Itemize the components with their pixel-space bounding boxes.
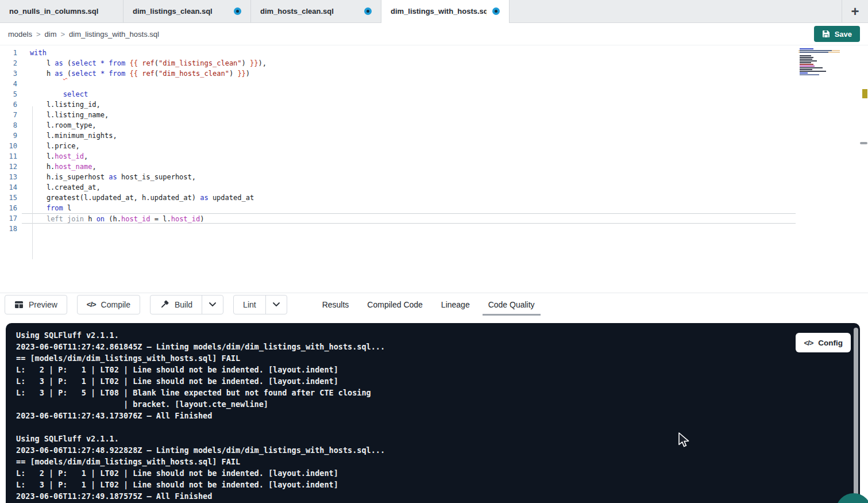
code-line[interactable]: l.price, (22, 141, 796, 151)
code-line[interactable]: l.listing_id, (22, 99, 796, 110)
save-button[interactable]: Save (814, 26, 860, 42)
breadcrumb-separator: > (60, 30, 65, 39)
build-button-group: Build (150, 295, 223, 314)
tab-label: dim_hosts_clean.sql (260, 7, 334, 16)
panel-tab-code-quality[interactable]: Code Quality (488, 293, 535, 316)
tab-label: dim_listings_with_hosts.sql (391, 7, 487, 16)
line-number: 14 (0, 182, 22, 193)
breadcrumb-item: models (8, 30, 32, 39)
line-number: 12 (0, 162, 22, 172)
build-button[interactable]: Build (151, 295, 202, 314)
tab-label: no_nulls_in_columns.sql (9, 7, 98, 16)
line-number: 16 (0, 203, 22, 213)
file-header: models>dim>dim_listings_with_hosts.sql S… (0, 23, 868, 45)
code-line[interactable]: l.created_at, (22, 182, 796, 193)
line-number: 4 (0, 79, 22, 89)
code-line[interactable]: from l (22, 203, 796, 213)
tab-label: dim_listings_clean.sql (133, 7, 213, 16)
code-icon: </> (804, 339, 813, 347)
panel-tab-compiled-code[interactable]: Compiled Code (367, 293, 423, 316)
breadcrumb-item: dim (45, 30, 57, 39)
button-label: Lint (243, 300, 256, 309)
config-label: Config (818, 339, 843, 347)
chevron-down-icon (273, 302, 280, 306)
preview-button-group: Preview (5, 295, 67, 314)
line-number: 2 (0, 58, 22, 68)
line-number: 17 (0, 213, 22, 224)
lint-button-group: Lint (233, 295, 287, 314)
code-line[interactable]: select (22, 89, 796, 99)
chevron-down-icon (209, 302, 216, 306)
save-icon (822, 30, 830, 38)
indent-guide (32, 106, 33, 259)
line-number: 6 (0, 99, 22, 110)
unsaved-changes-icon (364, 7, 372, 15)
button-label: Preview (29, 300, 57, 309)
terminal-output: Using SQLFluff v2.1.1. 2023-06-06T11:27:… (16, 329, 385, 502)
scrollbar-position-marker[interactable] (860, 142, 867, 144)
table-icon (14, 300, 24, 309)
lint-dropdown-button[interactable] (265, 295, 287, 314)
code-line[interactable]: left join h on (h.host_id = l.host_id) (22, 213, 796, 224)
breadcrumb-separator: > (36, 30, 41, 39)
button-label: Build (175, 300, 192, 309)
terminal-scrollbar[interactable] (854, 328, 858, 503)
line-number: 7 (0, 110, 22, 120)
code-lines[interactable]: with l as (select * from {{ ref("dim_lis… (22, 45, 796, 293)
breadcrumb-item: dim_listings_with_hosts.sql (69, 30, 159, 39)
config-button[interactable]: </> Config (796, 333, 851, 352)
editor-tab-no-nulls-in-columns-sql[interactable]: no_nulls_in_columns.sql (0, 0, 124, 22)
line-number: 1 (0, 48, 22, 58)
code-editor[interactable]: 123456789101112131415161718 with l as (s… (0, 45, 868, 293)
lint-button[interactable]: Lint (234, 295, 265, 314)
panel-tab-results[interactable]: Results (322, 293, 349, 316)
code-line[interactable]: with (22, 48, 796, 58)
scrollbar-warning-marker (862, 89, 867, 98)
button-label: Compile (101, 300, 130, 309)
hammer-icon (160, 300, 169, 309)
line-number: 15 (0, 193, 22, 203)
breadcrumb: models>dim>dim_listings_with_hosts.sql (8, 30, 159, 39)
code-line[interactable]: l as (select * from {{ ref("dim_listings… (22, 58, 796, 68)
code-line[interactable]: l.minimum_nights, (22, 130, 796, 141)
unsaved-changes-icon (492, 7, 500, 15)
code-line[interactable]: l.room_type, (22, 120, 796, 130)
line-number: 18 (0, 224, 22, 234)
preview-button[interactable]: Preview (5, 295, 67, 314)
line-number: 9 (0, 130, 22, 141)
compile-button[interactable]: </>Compile (78, 295, 140, 314)
editor-tab-bar: no_nulls_in_columns.sqldim_listings_clea… (0, 0, 868, 23)
new-tab-button[interactable]: + (842, 0, 868, 22)
code-line[interactable]: greatest(l.updated_at, h.updated_at) as … (22, 193, 796, 203)
code-line[interactable] (22, 224, 796, 234)
line-number: 11 (0, 151, 22, 162)
editor-tab-dim-listings-clean-sql[interactable]: dim_listings_clean.sql (124, 0, 251, 22)
code-line[interactable]: l.listing_name, (22, 110, 796, 120)
line-number: 8 (0, 120, 22, 130)
build-dropdown-button[interactable] (202, 295, 223, 314)
line-number-gutter: 123456789101112131415161718 (0, 45, 22, 293)
compile-button-group: </>Compile (77, 295, 140, 314)
code-icon: </> (87, 300, 96, 309)
editor-tab-dim-hosts-clean-sql[interactable]: dim_hosts_clean.sql (251, 0, 381, 22)
code-line[interactable]: h.is_superhost as host_is_superhost, (22, 172, 796, 182)
panel-tab-lineage[interactable]: Lineage (441, 293, 470, 316)
save-label: Save (835, 30, 852, 39)
line-number: 3 (0, 68, 22, 79)
terminal-panel: Using SQLFluff v2.1.1. 2023-06-06T11:27:… (6, 323, 860, 503)
code-line[interactable] (22, 79, 796, 89)
editor-tab-dim-listings-with-hosts-sql[interactable]: dim_listings_with_hosts.sql (381, 0, 510, 22)
line-number: 13 (0, 172, 22, 182)
unsaved-changes-icon (234, 7, 241, 15)
plus-icon: + (851, 3, 859, 20)
code-line[interactable]: l.host_id, (22, 151, 796, 162)
results-panel-tabs: ResultsCompiled CodeLineageCode Quality (322, 293, 535, 316)
minimap[interactable] (798, 48, 840, 76)
line-number: 5 (0, 89, 22, 99)
code-line[interactable]: h.host_name, (22, 162, 796, 172)
editor-toolbar: Preview</>CompileBuildLint ResultsCompil… (0, 293, 868, 316)
line-number: 10 (0, 141, 22, 151)
code-line[interactable]: h as (select * from {{ ref("dim_hosts_cl… (22, 68, 796, 79)
